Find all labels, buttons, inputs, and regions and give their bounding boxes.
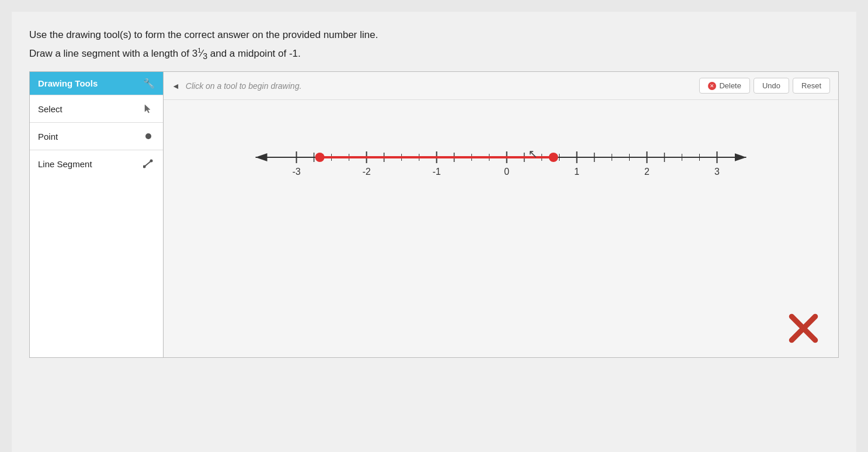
undo-button[interactable]: Undo <box>754 78 789 94</box>
number-line-svg[interactable]: -3 -2 -1 0 1 2 3 <box>187 135 815 182</box>
tool-select[interactable]: Select <box>30 95 163 122</box>
canvas-area: ◄ Click on a tool to begin drawing. ✕ De… <box>164 71 839 358</box>
svg-point-3 <box>150 160 153 163</box>
svg-text:0: 0 <box>504 167 509 177</box>
svg-text:1: 1 <box>574 167 579 177</box>
tool-point-label: Point <box>38 132 58 142</box>
number-line-container: -3 -2 -1 0 1 2 3 ↖ <box>164 100 838 231</box>
wrench-icon: 🔧 <box>143 78 155 89</box>
svg-text:-1: -1 <box>432 167 440 177</box>
dot-icon <box>142 130 155 143</box>
drawing-area: Drawing Tools 🔧 Select Point <box>29 71 839 358</box>
reset-button[interactable]: Reset <box>793 78 830 94</box>
svg-text:-2: -2 <box>362 167 370 177</box>
line-segment-icon <box>142 157 155 170</box>
incorrect-x-mark[interactable] <box>786 310 821 346</box>
svg-point-33 <box>315 153 325 162</box>
cursor-icon <box>142 102 155 115</box>
delete-button[interactable]: ✕ Delete <box>699 78 750 94</box>
collapse-arrow-icon[interactable]: ◄ <box>172 81 180 91</box>
tools-header-label: Drawing Tools <box>38 78 98 88</box>
tool-select-label: Select <box>38 104 63 114</box>
tool-point[interactable]: Point <box>30 122 163 150</box>
tool-line-segment-label: Line Segment <box>38 159 92 169</box>
svg-text:-3: -3 <box>292 167 300 177</box>
svg-text:3: 3 <box>714 167 720 177</box>
cursor-indicator: ↖ <box>528 147 538 161</box>
delete-label: Delete <box>719 81 741 90</box>
svg-text:2: 2 <box>644 167 650 177</box>
svg-point-0 <box>145 133 151 139</box>
instruction-line1: Use the drawing tool(s) to form the corr… <box>29 29 839 41</box>
page-container: Use the drawing tool(s) to form the corr… <box>12 12 856 452</box>
instruction-line2: Draw a line segment with a length of 31⁄… <box>29 47 839 61</box>
tool-line-segment[interactable]: Line Segment <box>30 150 163 177</box>
tools-panel: Drawing Tools 🔧 Select Point <box>29 71 164 358</box>
svg-point-34 <box>549 153 558 162</box>
click-hint: Click on a tool to begin drawing. <box>186 81 694 91</box>
canvas-header: ◄ Click on a tool to begin drawing. ✕ De… <box>164 72 838 100</box>
tools-header: Drawing Tools 🔧 <box>30 72 163 95</box>
action-buttons: ✕ Delete Undo Reset <box>699 78 830 94</box>
delete-circle-icon: ✕ <box>708 82 716 90</box>
instructions: Use the drawing tool(s) to form the corr… <box>29 29 839 61</box>
